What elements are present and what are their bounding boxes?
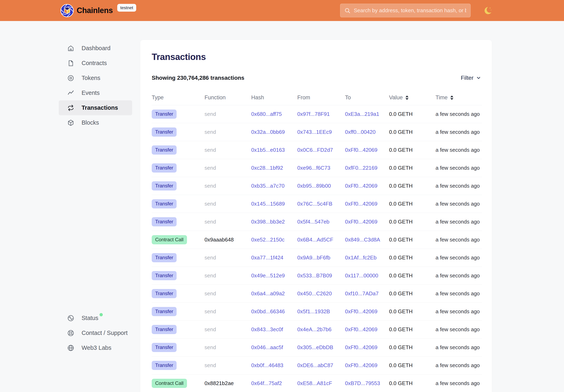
tx-hash-link[interactable]: 0x64f...75af2 [251,380,297,387]
from-address-link[interactable]: 0x5f1...1932B [297,308,345,315]
table-row: Transfer send 0x6a4...a09a2 0x450...C262… [152,285,482,303]
sidebar-item-web3-labs[interactable]: Web3 Labs [59,340,132,355]
cube-icon [67,119,74,126]
tx-hash-link[interactable]: 0x046...aac5f [251,344,297,350]
from-address-link[interactable]: 0x5f4...547eb [297,219,345,225]
to-address-link[interactable]: 0xE3a...219a1 [345,111,389,117]
to-address-link[interactable]: 0xff0...00420 [345,129,389,135]
sidebar-item-tokens[interactable]: Tokens [59,70,132,85]
from-address-link[interactable]: 0xDE6...abC87 [297,362,345,369]
sidebar-item-dashboard[interactable]: Dashboard [59,41,132,56]
time-cell: a few seconds ago [436,290,482,297]
from-address-link[interactable]: 0x9A9...bF6fb [297,254,345,261]
from-address-link[interactable]: 0x4eA...2b7b6 [297,326,345,333]
type-badge: Transfer [152,289,177,298]
page-title: Transactions [152,52,482,62]
column-header-time[interactable]: Time [436,94,482,101]
table-row: Transfer send 0x046...aac5f 0x305...eDbD… [152,338,482,357]
from-address-link[interactable]: 0x743...1EEc9 [297,129,345,135]
tx-hash-link[interactable]: 0xa77...1f424 [251,254,297,261]
tx-hash-link[interactable]: 0x1b5...e0163 [251,147,297,153]
type-badge: Transfer [152,199,177,209]
dark-mode-toggle[interactable] [482,5,493,16]
value-cell: 0.0 GETH [389,201,436,207]
sidebar-item-events[interactable]: Events [59,85,132,100]
from-address-link[interactable]: 0x0C6...FD2d7 [297,147,345,153]
to-address-link[interactable]: 0x117...00000 [345,272,389,279]
search-input[interactable] [354,7,466,14]
sidebar-item-label: Web3 Labs [82,345,111,351]
to-address-link[interactable]: 0xFf0...42069 [345,147,389,153]
top-header-bar: Chainlens testnet [0,0,564,21]
type-badge: Transfer [152,163,177,173]
tx-hash-link[interactable]: 0x32a...0bb69 [251,129,297,135]
tx-hash-link[interactable]: 0xe52...2150c [251,237,297,243]
tx-hash-link[interactable]: 0xb35...a7c70 [251,183,297,189]
sort-icon [450,95,454,100]
table-row: Transfer send 0x1b5...e0163 0x0C6...FD2d… [152,141,482,159]
to-address-link[interactable]: 0xFf0...42069 [345,362,389,369]
table-row: Contract Call 0x8821b2ae 0x64f...75af2 0… [152,375,482,392]
to-address-link[interactable]: 0xFf0...42069 [345,219,389,225]
sidebar-nav: Dashboard Contracts Tokens Events [59,41,132,130]
app-name: Chainlens [77,6,113,15]
to-address-link[interactable]: 0xFf0...42069 [345,183,389,189]
to-address-link[interactable]: 0xB7D...79553 [345,380,389,387]
tx-hash-link[interactable]: 0x49e...512e9 [251,272,297,279]
type-badge: Transfer [152,325,177,334]
tx-hash-link[interactable]: 0x145...15689 [251,201,297,207]
sidebar-item-contracts[interactable]: Contracts [59,56,132,70]
sidebar-item-contact-support[interactable]: Contact / Support [59,325,132,340]
time-cell: a few seconds ago [436,129,482,135]
time-cell: a few seconds ago [436,165,482,171]
tx-hash-link[interactable]: 0x843...3ec0f [251,326,297,333]
to-address-link[interactable]: 0xf10...7ADa7 [345,290,389,297]
to-address-link[interactable]: 0xFf0...42069 [345,344,389,350]
from-address-link[interactable]: 0xe96...f6C73 [297,165,345,171]
sort-icon [405,95,409,100]
sidebar-item-label: Events [82,90,100,96]
time-cell: a few seconds ago [436,380,482,387]
to-address-link[interactable]: 0xFf0...42069 [345,201,389,207]
from-address-link[interactable]: 0x533...B7B09 [297,272,345,279]
to-address-link[interactable]: 0xfF0...22169 [345,165,389,171]
to-address-link[interactable]: 0xFf0...42069 [345,326,389,333]
to-address-link[interactable]: 0x849...C3d8A [345,237,389,243]
column-header-type: Type [152,94,205,101]
sidebar-item-status[interactable]: Status [59,311,132,325]
brand[interactable]: Chainlens testnet [60,4,136,17]
from-address-link[interactable]: 0x97f...78F91 [297,111,345,117]
filter-button[interactable]: Filter [461,75,481,81]
sidebar-item-label: Tokens [82,75,100,81]
sidebar-item-blocks[interactable]: Blocks [59,115,132,130]
function-cell: send [205,344,251,350]
time-cell: a few seconds ago [436,237,482,243]
table-row: Transfer send 0xb35...a7c70 0xb95...89b0… [152,177,482,195]
tx-hash-link[interactable]: 0x398...bb3e2 [251,219,297,225]
from-address-link[interactable]: 0x305...eDbDB [297,344,345,350]
type-badge: Transfer [152,361,177,370]
table-row: Contract Call 0x9aaab648 0xe52...2150c 0… [152,231,482,249]
tx-hash-link[interactable]: 0xc28...1bf92 [251,165,297,171]
from-address-link[interactable]: 0x76C...5c4FB [297,201,345,207]
sidebar-item-transactions[interactable]: Transactions [59,100,132,115]
time-cell: a few seconds ago [436,147,482,153]
from-address-link[interactable]: 0xb95...89b00 [297,183,345,189]
network-badge: testnet [117,4,136,12]
table-row: Transfer send 0xb0f...46483 0xDE6...abC8… [152,357,482,375]
value-cell: 0.0 GETH [389,111,436,117]
from-address-link[interactable]: 0x450...C2620 [297,290,345,297]
from-address-link[interactable]: 0xE58...A81cF [297,380,345,387]
tx-hash-link[interactable]: 0xb0f...46483 [251,362,297,369]
global-search[interactable] [340,4,471,17]
type-badge: Transfer [152,307,177,316]
tx-hash-link[interactable]: 0x0bd...66346 [251,308,297,315]
function-cell: 0x8821b2ae [205,380,251,387]
tx-hash-link[interactable]: 0x680...aff75 [251,111,297,117]
type-badge: Transfer [152,271,177,280]
tx-hash-link[interactable]: 0x6a4...a09a2 [251,290,297,297]
from-address-link[interactable]: 0x6B4...Ad5CF [297,237,345,243]
to-address-link[interactable]: 0x1Af...fc2Eb [345,254,389,261]
to-address-link[interactable]: 0xFf0...42069 [345,308,389,315]
column-header-value[interactable]: Value [389,94,436,101]
